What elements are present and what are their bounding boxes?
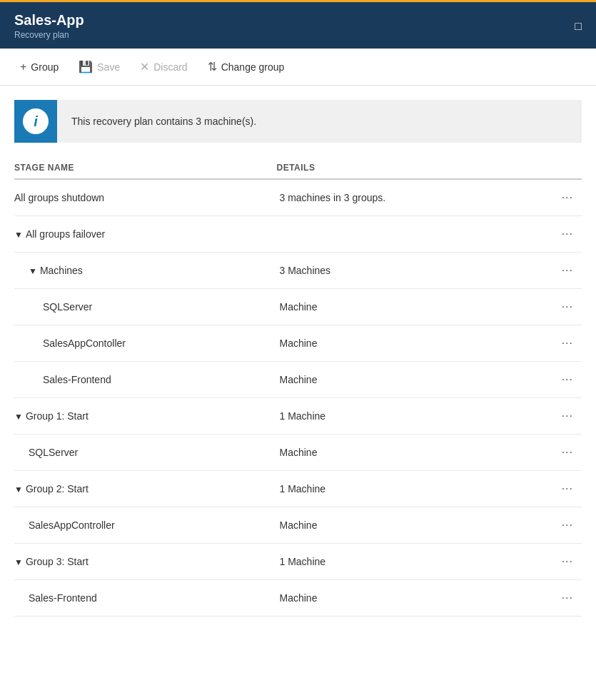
cell-name: All groups shutdown bbox=[14, 186, 277, 209]
discard-icon: ✕ bbox=[140, 60, 149, 73]
discard-label: Discard bbox=[153, 61, 187, 73]
table-row: Sales-Frontend Machine ··· bbox=[14, 362, 582, 398]
row-menu-button[interactable]: ··· bbox=[556, 298, 579, 316]
row-name: SalesAppController bbox=[29, 519, 115, 531]
add-icon: + bbox=[20, 61, 26, 73]
cell-details: Machine bbox=[277, 514, 540, 537]
table-row: ▼Group 2: Start 1 Machine ··· bbox=[14, 471, 582, 507]
row-name: Group 2: Start bbox=[26, 483, 89, 494]
row-menu-button[interactable]: ··· bbox=[556, 407, 579, 425]
cell-actions: ··· bbox=[539, 255, 582, 285]
table-row: ▼Machines 3 Machines ··· bbox=[14, 253, 582, 289]
discard-button[interactable]: ✕ Discard bbox=[131, 56, 196, 78]
add-group-button[interactable]: + Group bbox=[11, 56, 67, 78]
collapse-arrow: ▼ bbox=[14, 557, 23, 567]
col-details: DETAILS bbox=[277, 163, 540, 173]
change-group-label: Change group bbox=[221, 61, 285, 73]
cell-details: Machine bbox=[277, 368, 540, 391]
row-menu-button[interactable]: ··· bbox=[556, 552, 579, 571]
save-label: Save bbox=[97, 61, 120, 73]
collapse-arrow: ▼ bbox=[29, 266, 37, 276]
table-row: SalesAppController Machine ··· bbox=[14, 507, 582, 544]
info-icon: i bbox=[23, 108, 49, 134]
change-group-icon: ⇅ bbox=[208, 60, 217, 73]
cell-actions: ··· bbox=[539, 292, 582, 322]
row-menu-button[interactable]: ··· bbox=[556, 225, 579, 243]
table-row: ▼Group 3: Start 1 Machine ··· bbox=[14, 544, 582, 580]
cell-name: ▼Group 3: Start bbox=[14, 550, 277, 573]
row-menu-button[interactable]: ··· bbox=[556, 589, 579, 607]
cell-actions: ··· bbox=[539, 401, 582, 431]
row-name: SQLServer bbox=[43, 301, 92, 313]
row-menu-button[interactable]: ··· bbox=[556, 370, 579, 389]
table-row: SQLServer Machine ··· bbox=[14, 289, 582, 325]
table-row: Sales-Frontend Machine ··· bbox=[14, 580, 582, 617]
app-subtitle: Recovery plan bbox=[14, 30, 84, 40]
col-stage-name: STAGE NAME bbox=[14, 163, 277, 173]
table-row: All groups shutdown 3 machines in 3 grou… bbox=[14, 180, 582, 216]
table-row: SalesAppContoller Machine ··· bbox=[14, 325, 582, 362]
row-name: Sales-Frontend bbox=[43, 374, 111, 385]
row-name: Sales-Frontend bbox=[29, 592, 97, 604]
table-row: ▼Group 1: Start 1 Machine ··· bbox=[14, 398, 582, 435]
row-menu-button[interactable]: ··· bbox=[556, 516, 579, 534]
app-title: Sales-App bbox=[14, 12, 84, 29]
cell-name: Sales-Frontend bbox=[14, 368, 277, 391]
col-actions bbox=[539, 163, 582, 173]
table-row: ▼All groups failover ··· bbox=[14, 216, 582, 253]
cell-details: 1 Machine bbox=[277, 477, 540, 500]
group-label: Group bbox=[31, 61, 59, 73]
row-name: Machines bbox=[40, 265, 83, 276]
save-icon: 💾 bbox=[79, 60, 93, 73]
header-title-block: Sales-App Recovery plan bbox=[14, 12, 84, 40]
collapse-arrow: ▼ bbox=[14, 485, 23, 494]
row-menu-button[interactable]: ··· bbox=[556, 334, 579, 352]
row-menu-button[interactable]: ··· bbox=[556, 261, 579, 280]
toolbar: + Group 💾 Save ✕ Discard ⇅ Change group bbox=[0, 49, 596, 86]
row-name: SQLServer bbox=[29, 447, 78, 458]
cell-actions: ··· bbox=[539, 219, 582, 249]
cell-name: SalesAppContoller bbox=[14, 332, 277, 355]
collapse-arrow: ▼ bbox=[14, 230, 23, 240]
row-menu-button[interactable]: ··· bbox=[556, 443, 579, 462]
cell-actions: ··· bbox=[539, 437, 582, 467]
cell-actions: ··· bbox=[539, 365, 582, 395]
info-banner: i This recovery plan contains 3 machine(… bbox=[14, 100, 582, 143]
cell-name: ▼Machines bbox=[14, 259, 277, 282]
cell-details: 3 Machines bbox=[277, 259, 540, 282]
cell-actions: ··· bbox=[539, 510, 582, 540]
cell-name: SQLServer bbox=[14, 441, 277, 464]
cell-details: Machine bbox=[277, 441, 540, 464]
cell-details: Machine bbox=[277, 295, 540, 318]
info-message: This recovery plan contains 3 machine(s)… bbox=[57, 104, 271, 138]
row-name: All groups failover bbox=[26, 228, 105, 240]
table-row: SQLServer Machine ··· bbox=[14, 435, 582, 471]
row-menu-button[interactable]: ··· bbox=[556, 480, 579, 498]
app-header: Sales-App Recovery plan □ bbox=[0, 0, 596, 49]
cell-actions: ··· bbox=[539, 547, 582, 577]
row-name: SalesAppContoller bbox=[43, 338, 126, 349]
collapse-arrow: ▼ bbox=[14, 412, 23, 422]
row-menu-button[interactable]: ··· bbox=[556, 188, 579, 207]
cell-actions: ··· bbox=[539, 474, 582, 504]
cell-name: SalesAppController bbox=[14, 514, 277, 537]
cell-name: Sales-Frontend bbox=[14, 587, 277, 609]
row-name: All groups shutdown bbox=[14, 192, 104, 203]
cell-actions: ··· bbox=[539, 583, 582, 613]
cell-details: 1 Machine bbox=[277, 405, 540, 427]
table-body: All groups shutdown 3 machines in 3 grou… bbox=[14, 180, 582, 617]
change-group-button[interactable]: ⇅ Change group bbox=[199, 56, 293, 78]
cell-details: 1 Machine bbox=[277, 550, 540, 573]
cell-details: Machine bbox=[277, 587, 540, 609]
cell-details bbox=[277, 228, 540, 240]
save-button[interactable]: 💾 Save bbox=[70, 56, 128, 78]
cell-actions: ··· bbox=[539, 328, 582, 358]
table-header: STAGE NAME DETAILS bbox=[14, 157, 582, 180]
window-icon[interactable]: □ bbox=[575, 20, 582, 33]
cell-name: ▼Group 2: Start bbox=[14, 477, 277, 500]
recovery-plan-table: STAGE NAME DETAILS All groups shutdown 3… bbox=[14, 157, 582, 617]
cell-name: SQLServer bbox=[14, 295, 277, 318]
cell-details: Machine bbox=[277, 332, 540, 355]
cell-details: 3 machines in 3 groups. bbox=[277, 186, 540, 209]
row-name: Group 1: Start bbox=[26, 410, 89, 422]
